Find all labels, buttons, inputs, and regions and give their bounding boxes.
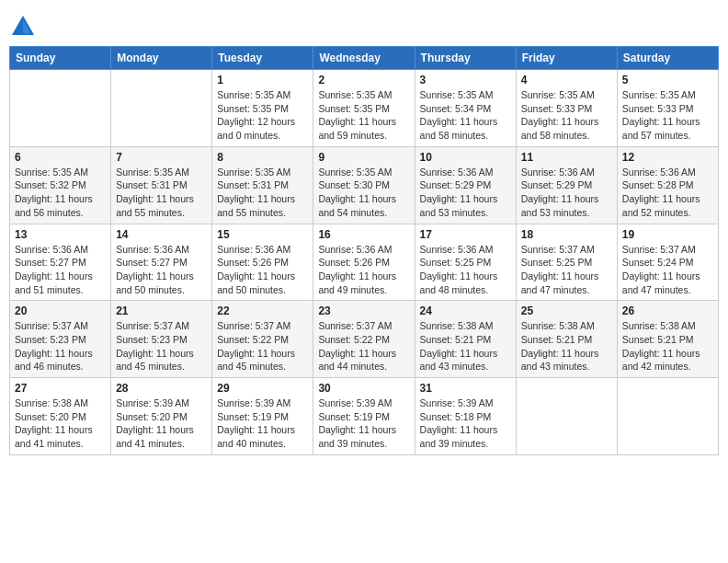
calendar-cell: 13Sunrise: 5:36 AMSunset: 5:27 PMDayligh… xyxy=(10,224,111,301)
calendar-cell: 27Sunrise: 5:38 AMSunset: 5:20 PMDayligh… xyxy=(10,378,111,455)
day-number: 20 xyxy=(15,304,106,317)
logo xyxy=(9,13,40,40)
day-number: 9 xyxy=(318,151,409,164)
calendar-cell: 30Sunrise: 5:39 AMSunset: 5:19 PMDayligh… xyxy=(313,378,415,455)
day-info: Sunrise: 5:37 AMSunset: 5:25 PMDaylight:… xyxy=(521,243,612,297)
day-header-thursday: Thursday xyxy=(415,47,516,70)
day-info: Sunrise: 5:39 AMSunset: 5:20 PMDaylight:… xyxy=(116,396,207,451)
day-number: 24 xyxy=(420,304,511,317)
calendar-header-row: SundayMondayTuesdayWednesdayThursdayFrid… xyxy=(10,47,719,70)
day-info: Sunrise: 5:36 AMSunset: 5:26 PMDaylight:… xyxy=(217,243,308,297)
calendar-cell: 1Sunrise: 5:35 AMSunset: 5:35 PMDaylight… xyxy=(212,70,313,147)
day-number: 29 xyxy=(217,382,308,395)
day-header-monday: Monday xyxy=(111,47,212,70)
calendar-cell: 24Sunrise: 5:38 AMSunset: 5:21 PMDayligh… xyxy=(415,301,516,378)
day-info: Sunrise: 5:37 AMSunset: 5:24 PMDaylight:… xyxy=(622,243,713,297)
calendar-cell: 3Sunrise: 5:35 AMSunset: 5:34 PMDaylight… xyxy=(415,70,516,147)
day-info: Sunrise: 5:36 AMSunset: 5:28 PMDaylight:… xyxy=(622,166,713,220)
day-number: 8 xyxy=(217,151,308,164)
calendar-cell: 17Sunrise: 5:36 AMSunset: 5:25 PMDayligh… xyxy=(415,224,516,301)
calendar-cell: 5Sunrise: 5:35 AMSunset: 5:33 PMDaylight… xyxy=(617,70,718,147)
day-number: 30 xyxy=(318,382,409,395)
day-info: Sunrise: 5:37 AMSunset: 5:22 PMDaylight:… xyxy=(318,319,409,373)
day-info: Sunrise: 5:35 AMSunset: 5:35 PMDaylight:… xyxy=(217,88,308,143)
calendar-cell: 10Sunrise: 5:36 AMSunset: 5:29 PMDayligh… xyxy=(415,146,516,224)
calendar-cell: 4Sunrise: 5:35 AMSunset: 5:33 PMDaylight… xyxy=(516,70,617,147)
calendar-cell: 26Sunrise: 5:38 AMSunset: 5:21 PMDayligh… xyxy=(617,301,718,378)
calendar-week-4: 20Sunrise: 5:37 AMSunset: 5:23 PMDayligh… xyxy=(10,301,719,378)
day-info: Sunrise: 5:37 AMSunset: 5:23 PMDaylight:… xyxy=(116,319,207,373)
calendar-cell: 19Sunrise: 5:37 AMSunset: 5:24 PMDayligh… xyxy=(617,224,718,301)
day-number: 7 xyxy=(116,151,207,164)
day-info: Sunrise: 5:36 AMSunset: 5:27 PMDaylight:… xyxy=(15,243,106,297)
day-info: Sunrise: 5:36 AMSunset: 5:27 PMDaylight:… xyxy=(116,243,207,297)
calendar-cell: 20Sunrise: 5:37 AMSunset: 5:23 PMDayligh… xyxy=(10,301,111,378)
calendar-cell: 31Sunrise: 5:39 AMSunset: 5:18 PMDayligh… xyxy=(415,378,516,455)
day-number: 23 xyxy=(318,304,409,317)
calendar-cell: 18Sunrise: 5:37 AMSunset: 5:25 PMDayligh… xyxy=(516,224,617,301)
day-info: Sunrise: 5:36 AMSunset: 5:29 PMDaylight:… xyxy=(521,166,612,220)
calendar-cell: 29Sunrise: 5:39 AMSunset: 5:19 PMDayligh… xyxy=(212,378,313,455)
calendar-cell: 14Sunrise: 5:36 AMSunset: 5:27 PMDayligh… xyxy=(111,224,212,301)
calendar-cell xyxy=(10,70,111,147)
day-info: Sunrise: 5:39 AMSunset: 5:19 PMDaylight:… xyxy=(318,396,409,451)
day-info: Sunrise: 5:37 AMSunset: 5:23 PMDaylight:… xyxy=(15,319,106,373)
day-number: 6 xyxy=(15,151,106,164)
day-number: 26 xyxy=(622,304,713,317)
calendar-cell: 16Sunrise: 5:36 AMSunset: 5:26 PMDayligh… xyxy=(313,224,415,301)
day-info: Sunrise: 5:38 AMSunset: 5:21 PMDaylight:… xyxy=(521,319,612,373)
day-info: Sunrise: 5:36 AMSunset: 5:29 PMDaylight:… xyxy=(420,166,511,220)
day-number: 16 xyxy=(318,228,409,241)
calendar-cell: 23Sunrise: 5:37 AMSunset: 5:22 PMDayligh… xyxy=(313,301,415,378)
calendar-cell: 7Sunrise: 5:35 AMSunset: 5:31 PMDaylight… xyxy=(111,146,212,224)
calendar-week-3: 13Sunrise: 5:36 AMSunset: 5:27 PMDayligh… xyxy=(10,224,719,301)
calendar-cell: 25Sunrise: 5:38 AMSunset: 5:21 PMDayligh… xyxy=(516,301,617,378)
calendar-cell: 12Sunrise: 5:36 AMSunset: 5:28 PMDayligh… xyxy=(617,146,718,224)
day-number: 12 xyxy=(622,151,713,164)
logo-icon xyxy=(9,13,37,40)
day-number: 3 xyxy=(420,74,511,86)
day-info: Sunrise: 5:39 AMSunset: 5:19 PMDaylight:… xyxy=(217,396,308,451)
day-header-sunday: Sunday xyxy=(10,47,111,70)
calendar-week-5: 27Sunrise: 5:38 AMSunset: 5:20 PMDayligh… xyxy=(10,378,719,455)
day-info: Sunrise: 5:35 AMSunset: 5:34 PMDaylight:… xyxy=(420,88,511,143)
calendar-cell: 21Sunrise: 5:37 AMSunset: 5:23 PMDayligh… xyxy=(111,301,212,378)
day-number: 18 xyxy=(521,228,612,241)
calendar-cell: 28Sunrise: 5:39 AMSunset: 5:20 PMDayligh… xyxy=(111,378,212,455)
day-info: Sunrise: 5:35 AMSunset: 5:30 PMDaylight:… xyxy=(318,166,409,220)
calendar-cell: 15Sunrise: 5:36 AMSunset: 5:26 PMDayligh… xyxy=(212,224,313,301)
page-header xyxy=(9,9,719,40)
day-info: Sunrise: 5:36 AMSunset: 5:25 PMDaylight:… xyxy=(420,243,511,297)
day-header-wednesday: Wednesday xyxy=(313,47,415,70)
day-info: Sunrise: 5:35 AMSunset: 5:33 PMDaylight:… xyxy=(622,88,713,143)
day-info: Sunrise: 5:35 AMSunset: 5:31 PMDaylight:… xyxy=(116,166,207,220)
day-number: 27 xyxy=(15,382,106,395)
calendar-cell: 8Sunrise: 5:35 AMSunset: 5:31 PMDaylight… xyxy=(212,146,313,224)
calendar-cell: 6Sunrise: 5:35 AMSunset: 5:32 PMDaylight… xyxy=(10,146,111,224)
calendar-cell xyxy=(111,70,212,147)
day-info: Sunrise: 5:36 AMSunset: 5:26 PMDaylight:… xyxy=(318,243,409,297)
day-info: Sunrise: 5:35 AMSunset: 5:32 PMDaylight:… xyxy=(15,166,106,220)
day-header-tuesday: Tuesday xyxy=(212,47,313,70)
day-number: 21 xyxy=(116,304,207,317)
day-number: 5 xyxy=(622,74,713,86)
calendar-table: SundayMondayTuesdayWednesdayThursdayFrid… xyxy=(9,46,719,455)
day-number: 22 xyxy=(217,304,308,317)
day-number: 15 xyxy=(217,228,308,241)
day-info: Sunrise: 5:37 AMSunset: 5:22 PMDaylight:… xyxy=(217,319,308,373)
day-number: 14 xyxy=(116,228,207,241)
day-number: 19 xyxy=(622,228,713,241)
day-number: 13 xyxy=(15,228,106,241)
calendar-cell: 9Sunrise: 5:35 AMSunset: 5:30 PMDaylight… xyxy=(313,146,415,224)
day-info: Sunrise: 5:35 AMSunset: 5:35 PMDaylight:… xyxy=(318,88,409,143)
calendar-cell: 2Sunrise: 5:35 AMSunset: 5:35 PMDaylight… xyxy=(313,70,415,147)
day-info: Sunrise: 5:38 AMSunset: 5:21 PMDaylight:… xyxy=(420,319,511,373)
day-number: 31 xyxy=(420,382,511,395)
day-info: Sunrise: 5:38 AMSunset: 5:20 PMDaylight:… xyxy=(15,396,106,451)
calendar-cell xyxy=(617,378,718,455)
day-number: 1 xyxy=(217,74,308,86)
day-number: 28 xyxy=(116,382,207,395)
calendar-cell xyxy=(516,378,617,455)
day-info: Sunrise: 5:39 AMSunset: 5:18 PMDaylight:… xyxy=(420,396,511,451)
day-info: Sunrise: 5:35 AMSunset: 5:31 PMDaylight:… xyxy=(217,166,308,220)
